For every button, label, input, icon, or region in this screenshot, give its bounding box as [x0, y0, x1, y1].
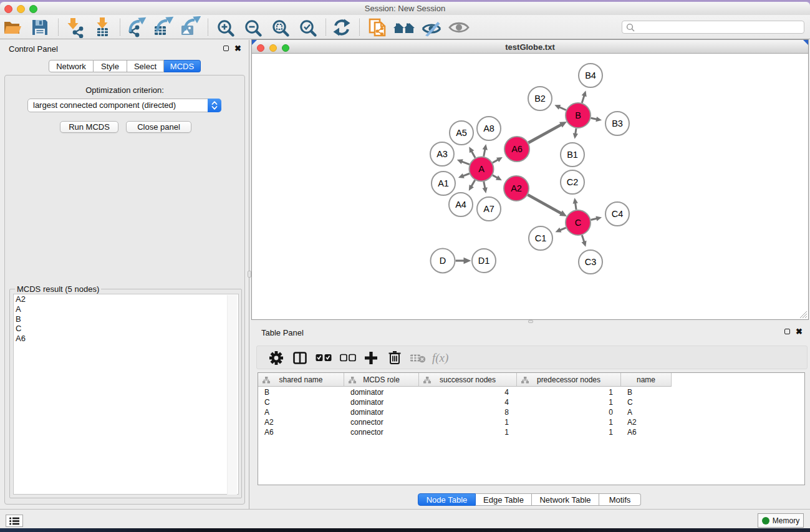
network-window-titlebar[interactable]: testGlobe.txt	[252, 40, 808, 54]
unselect-all-columns-icon[interactable]	[337, 346, 359, 370]
criterion-dropdown[interactable]: largest connected component (directed)	[27, 99, 221, 112]
float-table-panel-icon[interactable]	[784, 329, 790, 334]
resize-grip-icon[interactable]	[799, 310, 807, 318]
svg-text:B2: B2	[534, 94, 546, 104]
edge-A-A3[interactable]	[461, 162, 469, 165]
table-row[interactable]: Adominator80A	[258, 407, 672, 417]
graph-node-C[interactable]: C	[566, 210, 591, 235]
graph-node-A3[interactable]: A3	[430, 142, 454, 166]
tab-network[interactable]: Network	[49, 60, 94, 72]
save-session-icon[interactable]	[27, 15, 52, 39]
export-table-icon[interactable]	[150, 15, 175, 39]
mcds-result-item[interactable]: A6	[14, 334, 238, 344]
mcds-result-item[interactable]: B	[14, 314, 238, 324]
mcds-result-item[interactable]: C	[14, 324, 238, 334]
select-all-columns-icon[interactable]	[313, 346, 334, 370]
column-header-name[interactable]: name	[621, 373, 672, 387]
graph-node-C3[interactable]: C3	[579, 250, 602, 274]
graph-node-B4[interactable]: B4	[579, 64, 602, 87]
add-column-icon[interactable]	[360, 346, 382, 370]
table-cell: connector	[344, 427, 419, 437]
tab-select[interactable]: Select	[127, 60, 164, 72]
graph-node-C2[interactable]: C2	[561, 170, 584, 194]
search-input[interactable]	[622, 21, 804, 34]
graph-node-A2[interactable]: A2	[504, 176, 529, 201]
graph-node-A4[interactable]: A4	[449, 193, 473, 216]
open-file-icon[interactable]	[1, 15, 26, 39]
graph-node-D[interactable]: D	[431, 249, 455, 273]
mcds-result-item[interactable]: A2	[14, 294, 238, 304]
tab-style[interactable]: Style	[94, 60, 127, 72]
table-cell: 1	[419, 417, 517, 427]
result-scrollbar[interactable]	[227, 295, 237, 495]
svg-text:A5: A5	[456, 128, 467, 138]
run-mcds-button[interactable]: Run MCDS	[60, 121, 118, 133]
table-row[interactable]: A6connector11A6	[258, 427, 672, 437]
graph-node-C1[interactable]: C1	[529, 226, 552, 250]
tab-edge-table[interactable]: Edge Table	[476, 493, 532, 506]
hide-panels-icon[interactable]	[419, 15, 444, 39]
graph-node-D1[interactable]: D1	[472, 249, 496, 273]
import-table-icon[interactable]	[90, 15, 115, 39]
graph-node-B3[interactable]: B3	[605, 112, 629, 135]
edge-A6-B[interactable]	[528, 124, 562, 143]
svg-text:C4: C4	[612, 209, 624, 219]
edge-arrow-icon	[582, 90, 587, 97]
export-image-icon[interactable]	[177, 15, 202, 39]
edge-A2-C[interactable]	[528, 195, 562, 213]
table-settings-icon[interactable]	[266, 346, 287, 370]
edge-B-B4[interactable]	[582, 95, 584, 103]
table-cell: A2	[258, 417, 344, 427]
close-panel-button[interactable]: Close panel	[126, 121, 191, 133]
show-panels-button[interactable]	[6, 515, 23, 527]
graph-node-B[interactable]: B	[566, 103, 591, 128]
graph-node-A8[interactable]: A8	[477, 117, 501, 140]
show-eye-icon[interactable]	[446, 15, 471, 39]
table-cell: dominator	[344, 387, 419, 397]
table-row[interactable]: Bdominator41B	[258, 387, 672, 397]
close-table-panel-icon[interactable]: ✖	[796, 329, 803, 334]
mcds-result-item[interactable]: A	[14, 304, 238, 314]
graph-node-A1[interactable]: A1	[432, 172, 455, 195]
column-header-successor-nodes[interactable]: successor nodes	[419, 373, 517, 387]
column-header-MCDS-role[interactable]: MCDS role	[344, 373, 419, 387]
splitpane-grabber-left[interactable]	[248, 271, 251, 278]
zoom-selected-icon[interactable]	[295, 15, 320, 39]
tab-node-table[interactable]: Node Table	[418, 493, 476, 506]
tab-motifs[interactable]: Motifs	[599, 493, 641, 506]
graph-node-B2[interactable]: B2	[528, 87, 552, 110]
graph-node-C4[interactable]: C4	[605, 202, 629, 226]
show-all-networks-icon[interactable]	[392, 15, 417, 39]
refresh-icon[interactable]	[329, 15, 354, 39]
node-table: shared name MCDS role successor nodes pr…	[258, 372, 805, 485]
tab-network-table[interactable]: Network Table	[532, 493, 599, 506]
svg-text:C: C	[575, 218, 581, 228]
graph-node-A5[interactable]: A5	[450, 121, 473, 145]
zoom-fit-icon[interactable]	[268, 15, 292, 39]
graph-node-A7[interactable]: A7	[477, 197, 501, 221]
graph-node-A6[interactable]: A6	[504, 137, 529, 162]
table-row[interactable]: Cdominator41C	[258, 397, 672, 407]
delete-column-icon[interactable]	[384, 346, 405, 370]
column-header-predecessor-nodes[interactable]: predecessor nodes	[517, 373, 621, 387]
table-cell: connector	[344, 417, 419, 427]
column-header-shared-name[interactable]: shared name	[258, 373, 344, 387]
network-window-title: testGlobe.txt	[252, 42, 808, 52]
graph-node-A[interactable]: A	[470, 157, 494, 181]
tab-mcds[interactable]: MCDS	[164, 60, 201, 72]
mcds-result-list[interactable]: A2ABCA6	[13, 294, 239, 495]
split-columns-icon[interactable]	[289, 346, 311, 370]
mcds-panel: Optimization criterion: largest connecte…	[4, 75, 245, 505]
duplicate-network-icon[interactable]	[365, 15, 390, 39]
float-panel-icon[interactable]	[223, 46, 229, 51]
svg-text:B3: B3	[612, 118, 623, 128]
zoom-in-icon[interactable]	[213, 15, 238, 39]
import-network-icon[interactable]	[62, 15, 87, 39]
close-panel-icon[interactable]: ✖	[234, 46, 241, 51]
export-network-icon[interactable]	[123, 15, 148, 39]
network-graph-canvas[interactable]: A A6 A2 B C A5 A8 A3 A1 A4 A7 B2 B4	[252, 54, 808, 319]
memory-button[interactable]: Memory	[758, 513, 804, 528]
graph-node-B1[interactable]: B1	[561, 143, 584, 167]
table-row[interactable]: A2connector11A2	[258, 417, 672, 427]
zoom-out-icon[interactable]	[240, 15, 265, 39]
